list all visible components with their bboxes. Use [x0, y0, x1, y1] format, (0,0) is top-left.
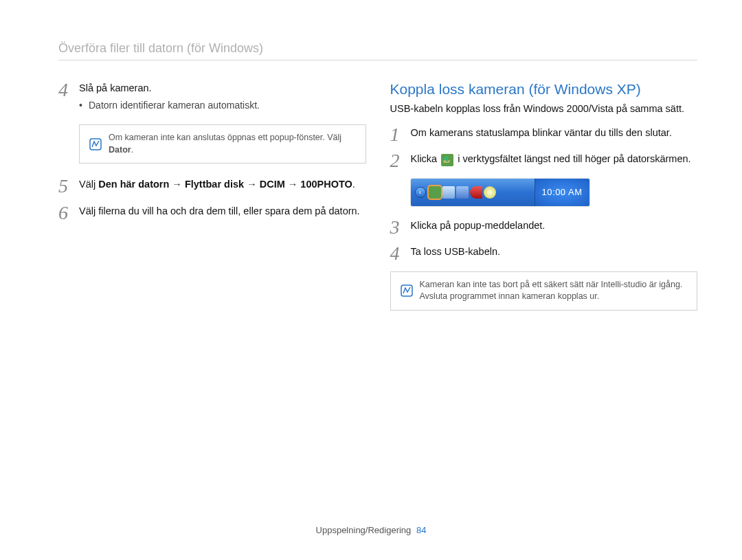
tray-safely-remove-icon[interactable] — [429, 186, 441, 199]
step-4-bullet: Datorn identifierar kameran automatiskt. — [79, 98, 260, 112]
tray-expand-icon[interactable]: ‹ — [415, 187, 426, 198]
footer-page-number: 84 — [416, 525, 426, 535]
r-step-4-text: Ta loss USB-kabeln. — [411, 245, 501, 259]
r-step-number-2: 2 — [390, 152, 411, 168]
left-column: 4 Slå på kameran. Datorn identifierar ka… — [58, 81, 366, 324]
taskbar-clock[interactable]: 10:00 AM — [535, 179, 589, 206]
section-lead: USB-kabeln kopplas loss från Windows 200… — [390, 102, 698, 116]
path-removable-disk: Flyttbar disk — [185, 179, 244, 190]
r-step-3-text: Klicka på popup-meddelandet. — [411, 219, 546, 233]
taskbar-tray: ‹ 10:00 AM — [411, 179, 589, 206]
r-step2-part1: Klicka — [411, 153, 440, 164]
tray-icon-3[interactable] — [456, 186, 469, 199]
r-step-number-3: 3 — [390, 219, 411, 235]
note-prefix: Om kameran inte kan anslutas öppnas ett … — [109, 133, 341, 142]
footer-section: Uppspelning/Redigering — [316, 525, 412, 535]
tray-icon-5[interactable] — [484, 186, 496, 199]
step-4: 4 Slå på kameran. Datorn identifierar ka… — [58, 81, 366, 115]
arrow-icon: → — [285, 179, 301, 190]
note-bold: Dator — [109, 145, 131, 155]
path-100photo: 100PHOTO — [300, 179, 352, 190]
step-6: 6 Välj filerna du vill ha och dra dem ti… — [58, 204, 366, 221]
tray-icon-2[interactable] — [442, 186, 455, 199]
note-text-bottom: Kameran kan inte tas bort på ett säkert … — [420, 279, 688, 303]
arrow-icon: → — [244, 179, 260, 190]
note-icon — [401, 284, 413, 297]
r-step-4: 4 Ta loss USB-kabeln. — [390, 245, 698, 261]
step5-prefix: Välj — [79, 179, 98, 190]
arrow-icon: → — [169, 179, 185, 190]
path-this-pc: Den här datorn — [98, 179, 169, 190]
note-box-step4: Om kameran inte kan anslutas öppnas ett … — [79, 124, 366, 164]
path-dcim: DCIM — [260, 179, 285, 190]
note-suffix: . — [131, 145, 133, 155]
r-step-1-text: Om kamerans statuslampa blinkar väntar d… — [411, 126, 672, 140]
r-step-3: 3 Klicka på popup-meddelandet. — [390, 219, 698, 235]
tray-volume-icon[interactable] — [470, 186, 482, 199]
step-number-5: 5 — [58, 177, 79, 194]
note-icon — [89, 138, 102, 150]
r-step2-part2: i verktygsfältet längst ned till höger p… — [455, 153, 690, 164]
step-5: 5 Välj Den här datorn → Flyttbar disk → … — [58, 177, 366, 194]
step-number-4: 4 — [58, 81, 79, 98]
step-number-6: 6 — [58, 204, 79, 221]
step5-suffix: . — [352, 179, 355, 190]
step-4-text: Slå på kameran. — [79, 82, 152, 93]
safely-remove-icon — [441, 154, 453, 166]
step-5-text: Välj Den här datorn → Flyttbar disk → DC… — [79, 177, 355, 192]
page-footer: Uppspelning/Redigering 84 — [0, 525, 742, 535]
right-column: Koppla loss kameran (för Windows XP) USB… — [390, 81, 698, 324]
taskbar-left: ‹ — [411, 179, 535, 206]
section-title: Koppla loss kameran (för Windows XP) — [390, 81, 698, 98]
step-6-text: Välj filerna du vill ha och dra dem till… — [79, 204, 360, 219]
note-text: Om kameran inte kan anslutas öppnas ett … — [109, 132, 356, 156]
r-step-2-text: Klicka i verktygsfältet längst ned till … — [411, 152, 691, 166]
note-box-bottom: Kameran kan inte tas bort på ett säkert … — [390, 271, 698, 311]
breadcrumb: Överföra filer till datorn (för Windows) — [58, 41, 697, 60]
r-step-2: 2 Klicka i verktygsfältet längst ned til… — [390, 152, 698, 168]
r-step-number-1: 1 — [390, 126, 411, 142]
r-step-number-4: 4 — [390, 245, 411, 261]
r-step-1: 1 Om kamerans statuslampa blinkar väntar… — [390, 126, 698, 142]
